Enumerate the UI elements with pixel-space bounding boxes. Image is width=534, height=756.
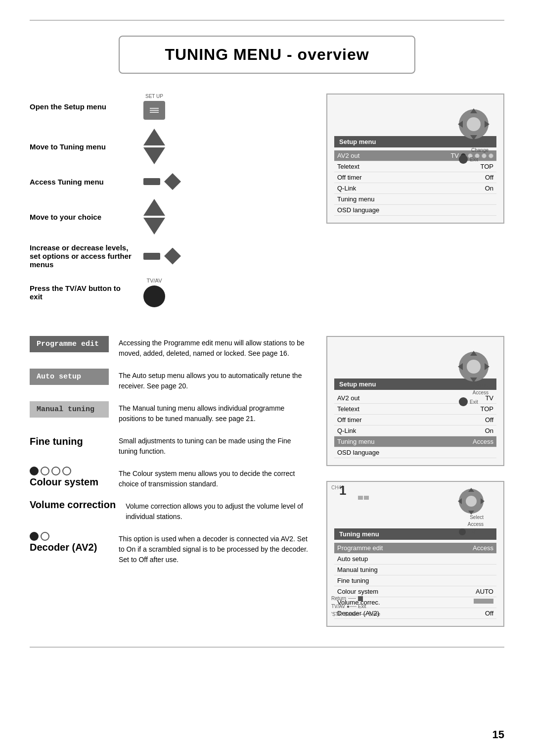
screen-row-tuningmenu: Tuning menu	[334, 194, 496, 205]
lr-buttons	[143, 173, 181, 190]
open-setup-label: Open the Setup menu	[30, 102, 134, 111]
hint-exit-row-2: Exit	[459, 397, 489, 406]
tvav-circle-btn[interactable]	[143, 285, 165, 307]
tn-left-icon	[458, 498, 462, 504]
volume-correction-label: Volume correction	[30, 499, 116, 511]
setup-button-icon: SET UP	[143, 94, 165, 120]
tuning-nav: Select Access Exit	[459, 489, 484, 535]
colour-system-row: Colour system The Colour system menu all…	[30, 467, 312, 489]
page-title: TUNING MENU - overview	[139, 46, 395, 64]
fine-tuning-desc: Small adjustments to tuning can be made …	[119, 434, 312, 457]
instr-increase-decrease: Increase or decrease levels, set options…	[30, 243, 307, 269]
auto-setup-desc: The Auto setup menu allows you to automa…	[119, 369, 312, 391]
minus-btn[interactable]	[143, 178, 160, 185]
manual-tuning-row: Manual tuning The Manual tuning menu all…	[30, 401, 312, 424]
tuning-hint-exit: Exit	[468, 529, 476, 535]
instr-open-setup: Open the Setup menu SET UP	[30, 94, 307, 120]
instr-access-tuning: Access Tuning menu	[30, 173, 307, 190]
hint-select-2: Select	[459, 382, 489, 388]
increase-decrease-label: Increase or decrease levels, set options…	[30, 243, 134, 269]
tm-row-manual: Manual tuning	[334, 565, 496, 575]
hint-select: Select	[459, 140, 489, 145]
return-icon	[358, 596, 363, 601]
svg-rect-0	[150, 108, 159, 109]
dot-5	[489, 153, 493, 158]
row-tuningmenu-2: Tuning menuAccess	[334, 436, 496, 447]
nav-arrow-down-icon	[470, 135, 477, 140]
move-choice-label: Move to your choice	[30, 213, 134, 221]
programme-edit-tag: Programme edit	[30, 336, 109, 352]
manual-tuning-desc: The Manual tuning menu allows individual…	[119, 401, 312, 424]
row-off-2: Off timerOff	[334, 415, 496, 425]
setup-btn[interactable]	[143, 101, 165, 120]
bottom-rule	[30, 647, 504, 648]
tvav-btn-icon: TV/AV	[143, 278, 165, 307]
hint-exit-label: Exit	[470, 157, 478, 162]
screen-row-osd: OSD language	[334, 205, 496, 216]
channel-number: 1	[339, 483, 346, 498]
hint-exit-row: Exit	[459, 155, 489, 164]
screen-row-offtimer: Off timer Off	[334, 172, 496, 183]
decoder-av2-row: Decoder (AV2) This option is used when a…	[30, 532, 312, 565]
programme-edit-desc: Accessing the Programme edit menu will a…	[119, 336, 312, 359]
nav-arrow-up-icon	[470, 108, 477, 113]
top-rule	[30, 20, 504, 21]
hint-tvav-dot	[459, 155, 468, 164]
row-q-right: On	[485, 185, 493, 192]
access-tuning-label: Access Tuning menu	[30, 178, 134, 186]
auto-setup-row: Auto setup The Auto setup menu allows yo…	[30, 369, 312, 391]
up-down-arrows-2	[143, 199, 165, 235]
decoder-label-wrap: Decoder (AV2)	[30, 532, 109, 553]
nav-icon: Select Change Exit	[459, 109, 489, 164]
arrow-up-btn-2[interactable]	[143, 199, 165, 216]
hint-tvav-dot-2	[459, 397, 468, 406]
colour-dot-empty-2	[51, 467, 60, 475]
up-down-arrows	[143, 129, 165, 164]
press-tvav-label: Press the TV/AV button to exit	[30, 284, 134, 301]
row-qlink-2: Q-LinkOn	[334, 425, 496, 436]
svg-rect-1	[150, 110, 159, 111]
arrow-down-btn[interactable]	[143, 147, 165, 164]
signal-bars	[358, 496, 369, 500]
lr-buttons-2	[143, 248, 181, 265]
tuning-hints: Select Access	[459, 515, 484, 527]
decoder-dots	[30, 532, 109, 541]
colour-system-desc: The Colour system menu allows you to dec…	[119, 467, 312, 489]
row-tel-right: TOP	[481, 163, 494, 170]
instr-tvav: Press the TV/AV button to exit TV/AV	[30, 278, 307, 307]
setup-screen-box: Select Change Exit Setup menu AV2 out	[326, 94, 504, 224]
tn-right-icon	[481, 498, 485, 504]
decoder-av2-desc: This option is used when a decoder is co…	[119, 532, 312, 565]
page-number: 15	[492, 728, 504, 741]
tm-row-progedit: Programme editAccess	[334, 543, 496, 554]
arrow-down-btn-2[interactable]	[143, 218, 165, 235]
nav-up-2	[470, 351, 477, 356]
row-tel-left: Teletext	[337, 163, 359, 170]
page: TUNING MENU - overview Open the Setup me…	[0, 0, 534, 756]
nav-inner	[467, 117, 481, 131]
tuning-nav-inner	[466, 496, 477, 507]
screen-row-qlink: Q-Link On	[334, 183, 496, 194]
nav-circle-2	[459, 352, 489, 381]
colour-dot-empty-3	[62, 467, 71, 475]
colour-system-label: Colour system	[30, 476, 109, 488]
setup-text-label: SET UP	[145, 94, 163, 99]
menu-items-col: Programme edit Accessing the Programme e…	[30, 336, 312, 627]
setup-screen-panel: Select Change Exit Setup menu AV2 out	[326, 94, 504, 316]
plus-btn[interactable]	[164, 173, 181, 190]
tuning-nav-circle	[459, 489, 484, 514]
return-label-row: Return	[331, 596, 363, 601]
menu-icon	[149, 106, 160, 114]
programme-edit-row: Programme edit Accessing the Programme e…	[30, 336, 312, 359]
row-tm-left: Tuning menu	[337, 195, 374, 203]
fine-tuning-label: Fine tuning	[30, 434, 109, 449]
hint-labels-2: Select Access	[459, 382, 489, 395]
row-av2-left: AV2 out	[337, 152, 359, 159]
minus-btn-2[interactable]	[143, 253, 160, 260]
plus-btn-2[interactable]	[164, 248, 181, 265]
signal-bar-1	[358, 496, 363, 500]
volume-correction-desc: Volume correction allows you to adjust t…	[126, 499, 312, 522]
fine-tuning-row: Fine tuning Small adjustments to tuning …	[30, 434, 312, 457]
right-screens: Select Access Exit Setup menu AV2 outTV	[326, 336, 504, 627]
arrow-up-btn[interactable]	[143, 129, 165, 145]
